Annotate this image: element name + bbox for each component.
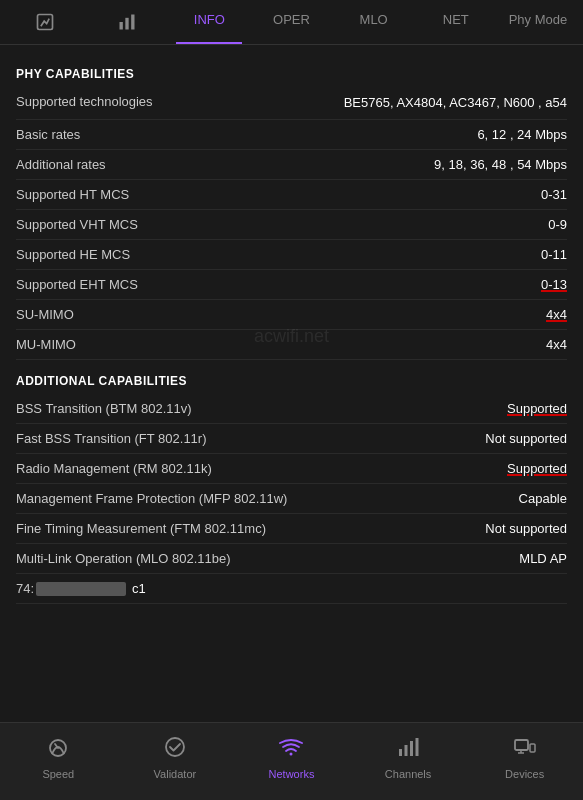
label-fast-bss: Fast BSS Transition (FT 802.11r): [16, 431, 485, 446]
value-supported-technologies: BE5765, AX4804, AC3467, N600 , a54: [344, 94, 567, 112]
mac-blur: [36, 582, 126, 596]
row-mlo: Multi-Link Operation (MLO 802.11be) MLD …: [16, 544, 567, 574]
label-su-mimo: SU-MIMO: [16, 307, 546, 322]
devices-icon: [513, 735, 537, 764]
row-additional-rates: Additional rates 9, 18, 36, 48 , 54 Mbps: [16, 150, 567, 180]
row-radio-mgmt: Radio Management (RM 802.11k) Supported: [16, 454, 567, 484]
nav-speed-label: Speed: [42, 768, 74, 780]
row-mu-mimo: MU-MIMO 4x4: [16, 330, 567, 360]
tab-oper-label: OPER: [273, 12, 310, 27]
tab-net[interactable]: NET: [415, 0, 497, 44]
tab-phymode-label: Phy Mode: [509, 12, 568, 27]
svg-rect-12: [515, 740, 528, 750]
nav-channels-label: Channels: [385, 768, 431, 780]
nav-validator[interactable]: Validator: [117, 731, 234, 784]
main-content: acwifi.net PHY CAPABILITIES Supported te…: [0, 45, 583, 722]
nav-validator-label: Validator: [154, 768, 197, 780]
row-fast-bss: Fast BSS Transition (FT 802.11r) Not sup…: [16, 424, 567, 454]
channels-icon: [396, 735, 420, 764]
value-he-mcs: 0-11: [541, 247, 567, 262]
label-ftm: Fine Timing Measurement (FTM 802.11mc): [16, 521, 485, 536]
tab-info-label: INFO: [194, 12, 225, 27]
value-vht-mcs: 0-9: [548, 217, 567, 232]
label-eht-mcs: Supported EHT MCS: [16, 277, 541, 292]
mac-prefix: 74:: [16, 581, 34, 596]
value-ftm: Not supported: [485, 521, 567, 536]
label-supported-technologies: Supported technologies: [16, 94, 344, 109]
value-ht-mcs: 0-31: [541, 187, 567, 202]
networks-icon: [279, 735, 303, 764]
svg-rect-1: [120, 22, 123, 30]
tab-info[interactable]: INFO: [168, 0, 250, 44]
label-bss-transition: BSS Transition (BTM 802.11v): [16, 401, 507, 416]
svg-point-6: [166, 738, 184, 756]
value-mlo: MLD AP: [519, 551, 567, 566]
nav-networks-label: Networks: [269, 768, 315, 780]
value-bss-transition: Supported: [507, 401, 567, 416]
speed-icon: [46, 735, 70, 764]
phy-capabilities-header: PHY CAPABILITIES: [16, 67, 567, 81]
value-additional-rates: 9, 18, 36, 48 , 54 Mbps: [434, 157, 567, 172]
label-radio-mgmt: Radio Management (RM 802.11k): [16, 461, 507, 476]
svg-rect-13: [530, 744, 535, 752]
value-fast-bss: Not supported: [485, 431, 567, 446]
tab-graph[interactable]: [4, 0, 86, 44]
row-ht-mcs: Supported HT MCS 0-31: [16, 180, 567, 210]
label-vht-mcs: Supported VHT MCS: [16, 217, 548, 232]
row-su-mimo: SU-MIMO 4x4: [16, 300, 567, 330]
row-mac: 74: c1: [16, 574, 567, 604]
label-additional-rates: Additional rates: [16, 157, 434, 172]
label-ht-mcs: Supported HT MCS: [16, 187, 541, 202]
value-su-mimo: 4x4: [546, 307, 567, 322]
svg-rect-3: [131, 15, 134, 30]
row-basic-rates: Basic rates 6, 12 , 24 Mbps: [16, 120, 567, 150]
row-bss-transition: BSS Transition (BTM 802.11v) Supported: [16, 394, 567, 424]
tab-oper[interactable]: OPER: [250, 0, 332, 44]
mac-suffix: c1: [132, 581, 146, 596]
label-basic-rates: Basic rates: [16, 127, 477, 142]
svg-rect-9: [405, 745, 408, 756]
label-mfp: Management Frame Protection (MFP 802.11w…: [16, 491, 519, 506]
label-mlo: Multi-Link Operation (MLO 802.11be): [16, 551, 519, 566]
value-radio-mgmt: Supported: [507, 461, 567, 476]
value-eht-mcs: 0-13: [541, 277, 567, 292]
row-eht-mcs: Supported EHT MCS 0-13: [16, 270, 567, 300]
nav-speed[interactable]: Speed: [0, 731, 117, 784]
nav-devices[interactable]: Devices: [466, 731, 583, 784]
row-mfp: Management Frame Protection (MFP 802.11w…: [16, 484, 567, 514]
row-ftm: Fine Timing Measurement (FTM 802.11mc) N…: [16, 514, 567, 544]
label-he-mcs: Supported HE MCS: [16, 247, 541, 262]
tab-phymode[interactable]: Phy Mode: [497, 0, 579, 44]
nav-devices-label: Devices: [505, 768, 544, 780]
label-mu-mimo: MU-MIMO: [16, 337, 546, 352]
tab-net-label: NET: [443, 12, 469, 27]
value-mu-mimo: 4x4: [546, 337, 567, 352]
row-supported-technologies: Supported technologies BE5765, AX4804, A…: [16, 87, 567, 120]
value-mfp: Capable: [519, 491, 567, 506]
nav-channels[interactable]: Channels: [350, 731, 467, 784]
row-vht-mcs: Supported VHT MCS 0-9: [16, 210, 567, 240]
tab-bars[interactable]: [86, 0, 168, 44]
svg-rect-11: [416, 738, 419, 756]
svg-rect-8: [399, 749, 402, 756]
svg-point-7: [290, 753, 293, 756]
top-nav: INFO OPER MLO NET Phy Mode: [0, 0, 583, 45]
bottom-nav: Speed Validator Networks: [0, 722, 583, 800]
nav-networks[interactable]: Networks: [233, 731, 350, 784]
row-he-mcs: Supported HE MCS 0-11: [16, 240, 567, 270]
tab-mlo-label: MLO: [360, 12, 388, 27]
value-basic-rates: 6, 12 , 24 Mbps: [477, 127, 567, 142]
svg-rect-10: [410, 741, 413, 756]
svg-rect-2: [126, 18, 129, 30]
tab-mlo[interactable]: MLO: [333, 0, 415, 44]
content-wrapper: acwifi.net PHY CAPABILITIES Supported te…: [16, 67, 567, 604]
additional-capabilities-header: ADDITIONAL CAPABILITIES: [16, 374, 567, 388]
validator-icon: [163, 735, 187, 764]
